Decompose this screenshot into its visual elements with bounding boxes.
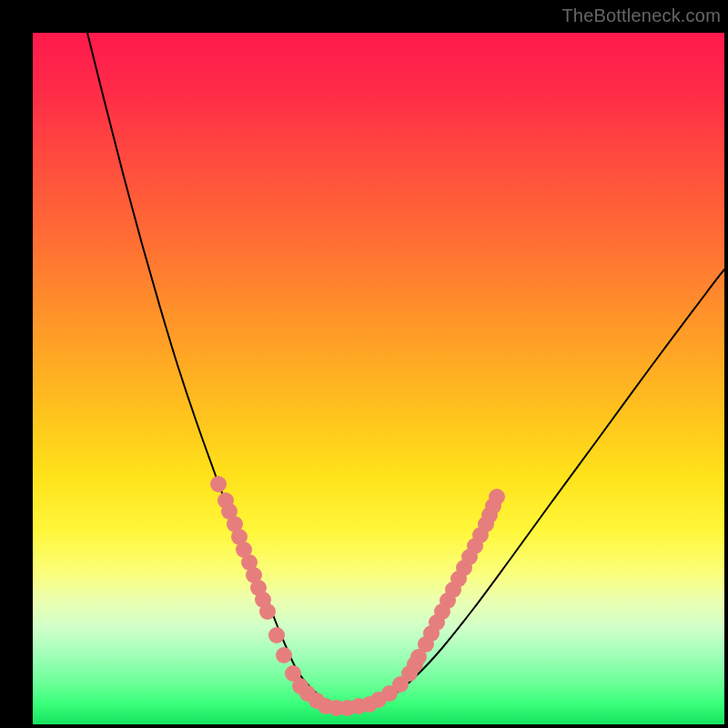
marker-dot bbox=[276, 647, 292, 663]
marker-dot bbox=[489, 489, 505, 505]
bottleneck-curve bbox=[87, 33, 724, 706]
watermark-text: TheBottleneck.com bbox=[561, 5, 721, 26]
plot-area bbox=[33, 33, 724, 724]
curve-svg bbox=[33, 33, 724, 724]
marker-dot bbox=[210, 476, 227, 492]
chart-frame: TheBottleneck.com bbox=[0, 0, 728, 728]
marker-dot bbox=[259, 603, 276, 620]
marker-dot bbox=[268, 627, 285, 643]
marker-dot-group bbox=[210, 476, 505, 716]
